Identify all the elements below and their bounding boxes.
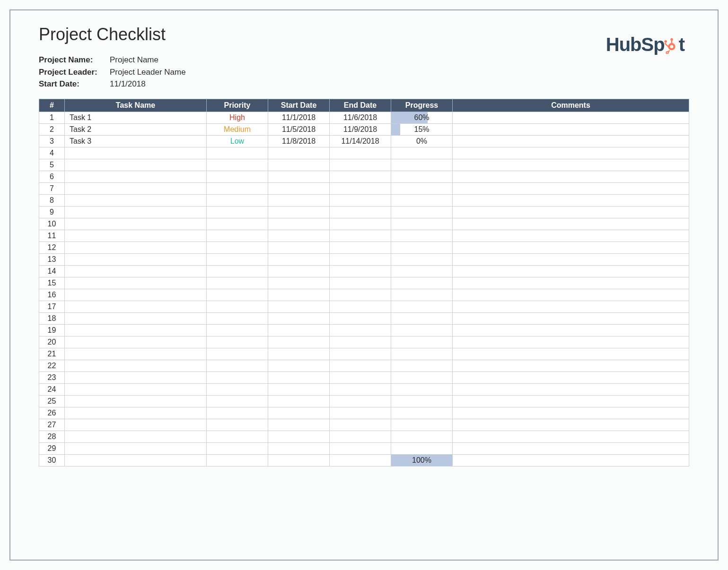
cell-task[interactable]: [65, 371, 207, 383]
cell-task[interactable]: [65, 348, 207, 360]
cell-progress[interactable]: [391, 253, 453, 265]
cell-start-date[interactable]: [268, 371, 330, 383]
cell-start-date[interactable]: [268, 395, 330, 407]
cell-priority[interactable]: [207, 442, 268, 454]
cell-num[interactable]: 3: [39, 135, 65, 147]
cell-progress[interactable]: 100%: [391, 454, 453, 466]
cell-task[interactable]: [65, 442, 207, 454]
cell-progress[interactable]: [391, 147, 453, 159]
cell-comments[interactable]: [453, 383, 689, 395]
cell-comments[interactable]: [453, 360, 689, 371]
cell-task[interactable]: [65, 194, 207, 206]
cell-task[interactable]: [65, 383, 207, 395]
cell-progress[interactable]: [391, 407, 453, 419]
cell-start-date[interactable]: [268, 324, 330, 336]
cell-progress[interactable]: [391, 312, 453, 324]
cell-start-date[interactable]: [268, 431, 330, 442]
cell-task[interactable]: Task 2: [65, 123, 207, 135]
cell-num[interactable]: 30: [39, 454, 65, 466]
cell-num[interactable]: 18: [39, 312, 65, 324]
cell-start-date[interactable]: [268, 277, 330, 289]
cell-num[interactable]: 28: [39, 431, 65, 442]
cell-task[interactable]: [65, 277, 207, 289]
cell-priority[interactable]: [207, 360, 268, 371]
cell-task[interactable]: [65, 147, 207, 159]
cell-progress[interactable]: [391, 324, 453, 336]
cell-num[interactable]: 4: [39, 147, 65, 159]
cell-num[interactable]: 29: [39, 442, 65, 454]
cell-start-date[interactable]: [268, 301, 330, 312]
cell-num[interactable]: 26: [39, 407, 65, 419]
cell-end-date[interactable]: [330, 218, 391, 230]
cell-end-date[interactable]: 11/14/2018: [330, 135, 391, 147]
cell-num[interactable]: 8: [39, 194, 65, 206]
cell-comments[interactable]: [453, 419, 689, 431]
cell-task[interactable]: [65, 301, 207, 312]
cell-num[interactable]: 14: [39, 265, 65, 277]
cell-progress[interactable]: [391, 360, 453, 371]
cell-task[interactable]: [65, 289, 207, 301]
cell-end-date[interactable]: [330, 182, 391, 194]
cell-priority[interactable]: [207, 230, 268, 242]
cell-comments[interactable]: [453, 147, 689, 159]
cell-start-date[interactable]: [268, 218, 330, 230]
cell-task[interactable]: [65, 419, 207, 431]
cell-start-date[interactable]: [268, 312, 330, 324]
cell-progress[interactable]: [391, 265, 453, 277]
cell-num[interactable]: 16: [39, 289, 65, 301]
cell-progress[interactable]: [391, 336, 453, 348]
cell-comments[interactable]: [453, 324, 689, 336]
cell-end-date[interactable]: [330, 348, 391, 360]
cell-comments[interactable]: [453, 230, 689, 242]
cell-end-date[interactable]: [330, 431, 391, 442]
cell-priority[interactable]: [207, 289, 268, 301]
cell-comments[interactable]: [453, 301, 689, 312]
cell-progress[interactable]: [391, 182, 453, 194]
cell-task[interactable]: [65, 360, 207, 371]
cell-priority[interactable]: [207, 147, 268, 159]
cell-comments[interactable]: [453, 123, 689, 135]
cell-progress[interactable]: [391, 206, 453, 218]
cell-num[interactable]: 10: [39, 218, 65, 230]
cell-start-date[interactable]: [268, 194, 330, 206]
cell-start-date[interactable]: [268, 242, 330, 253]
cell-progress[interactable]: [391, 442, 453, 454]
cell-comments[interactable]: [453, 454, 689, 466]
cell-num[interactable]: 12: [39, 242, 65, 253]
cell-progress[interactable]: [391, 419, 453, 431]
cell-task[interactable]: [65, 159, 207, 171]
cell-num[interactable]: 24: [39, 383, 65, 395]
cell-end-date[interactable]: 11/9/2018: [330, 123, 391, 135]
cell-end-date[interactable]: [330, 265, 391, 277]
cell-end-date[interactable]: [330, 171, 391, 182]
cell-num[interactable]: 5: [39, 159, 65, 171]
cell-num[interactable]: 6: [39, 171, 65, 182]
cell-task[interactable]: [65, 218, 207, 230]
cell-priority[interactable]: [207, 383, 268, 395]
cell-progress[interactable]: [391, 171, 453, 182]
cell-priority[interactable]: [207, 336, 268, 348]
cell-comments[interactable]: [453, 312, 689, 324]
cell-end-date[interactable]: [330, 147, 391, 159]
cell-task[interactable]: [65, 265, 207, 277]
cell-end-date[interactable]: [330, 419, 391, 431]
cell-start-date[interactable]: [268, 182, 330, 194]
cell-progress[interactable]: [391, 431, 453, 442]
cell-start-date[interactable]: [268, 348, 330, 360]
cell-end-date[interactable]: [330, 312, 391, 324]
cell-start-date[interactable]: [268, 360, 330, 371]
cell-comments[interactable]: [453, 206, 689, 218]
cell-start-date[interactable]: 11/5/2018: [268, 123, 330, 135]
cell-comments[interactable]: [453, 182, 689, 194]
cell-end-date[interactable]: [330, 324, 391, 336]
cell-start-date[interactable]: [268, 147, 330, 159]
cell-progress[interactable]: [391, 230, 453, 242]
cell-comments[interactable]: [453, 407, 689, 419]
cell-priority[interactable]: [207, 407, 268, 419]
cell-progress[interactable]: [391, 242, 453, 253]
cell-progress[interactable]: [391, 348, 453, 360]
cell-priority[interactable]: [207, 301, 268, 312]
cell-end-date[interactable]: [330, 194, 391, 206]
cell-progress[interactable]: [391, 159, 453, 171]
cell-num[interactable]: 17: [39, 301, 65, 312]
